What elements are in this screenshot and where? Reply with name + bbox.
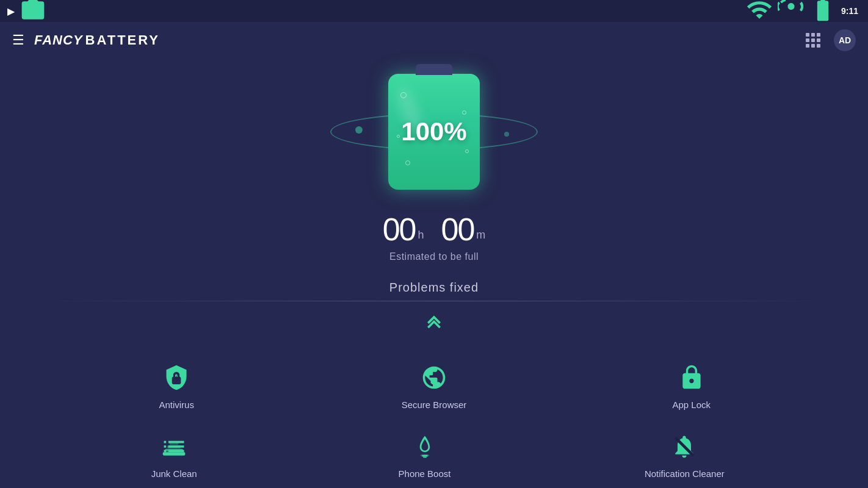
bubble-5 [397,135,400,138]
chevron-up-icon [421,311,447,342]
problems-title: Problems fixed [43,281,825,295]
problems-section: Problems fixed [43,281,825,301]
time-display: 00 h 00 m [383,211,486,248]
hours-unit: h [418,229,424,242]
secure-browser-label: Secure Browser [402,400,467,410]
battery-percentage: 100% [401,117,466,146]
grid-menu-icon[interactable] [802,29,824,51]
status-bar-left: ▶ [7,0,46,22]
logo-battery: BATTERY [85,32,160,48]
notification-cleaner-icon [668,431,700,462]
notification-cleaner-label: Notification Cleaner [645,468,725,479]
svg-rect-1 [165,449,183,452]
secure-browser-item[interactable]: Secure Browser [389,354,479,417]
battery-terminal [416,64,452,75]
user-avatar[interactable]: AD [834,29,856,51]
svg-point-4 [420,454,429,457]
main-content: 100% 00 h 00 m Estimated to be full Prob… [0,59,868,488]
feature-row-2: Junk Clean Phone Boost Not [0,423,868,486]
bubble-2 [462,110,466,115]
junk-clean-icon [158,431,190,462]
nav-right-actions: AD [802,29,856,51]
hamburger-menu-icon[interactable]: ☰ [12,32,24,48]
app-logo: FANCY BATTERY [34,32,160,48]
secure-browser-icon [418,362,450,393]
bubble-4 [465,149,469,153]
logo-fancy: FANCY [34,32,83,48]
hours-number: 00 [383,211,416,248]
app-lock-item[interactable]: App Lock [649,354,734,417]
minutes-unit: m [476,229,485,242]
battery-visualization: 100% [349,65,519,199]
phone-boost-item[interactable]: Phone Boost [382,423,468,486]
status-time: 9:11 [841,6,858,16]
antivirus-label: Antivirus [159,400,194,410]
minutes-number: 00 [441,211,474,248]
antivirus-icon [161,362,192,393]
phone-boost-label: Phone Boost [399,468,451,479]
feature-row-1: Antivirus Secure Browser App Lock [0,354,868,417]
divider [43,301,825,301]
app-lock-label: App Lock [672,400,711,410]
svg-rect-0 [163,452,186,456]
battery-body: 100% [388,74,480,190]
bubble-1 [400,92,407,98]
phone-boost-icon [409,431,441,462]
antivirus-item[interactable]: Antivirus [134,354,219,417]
app-lock-icon [676,362,707,393]
svg-rect-2 [167,445,181,448]
svg-rect-3 [170,442,179,445]
bubble-3 [405,160,410,165]
junk-clean-item[interactable]: Junk Clean [131,423,217,486]
nav-bar: ☰ FANCY BATTERY AD [0,22,868,59]
status-bar: ▶ 9:11 [0,0,868,22]
notification-cleaner-item[interactable]: Notification Cleaner [632,423,737,486]
play-app-icon: ▶ [7,5,15,17]
junk-clean-label: Junk Clean [151,468,197,479]
estimated-text: Estimated to be full [389,251,479,262]
